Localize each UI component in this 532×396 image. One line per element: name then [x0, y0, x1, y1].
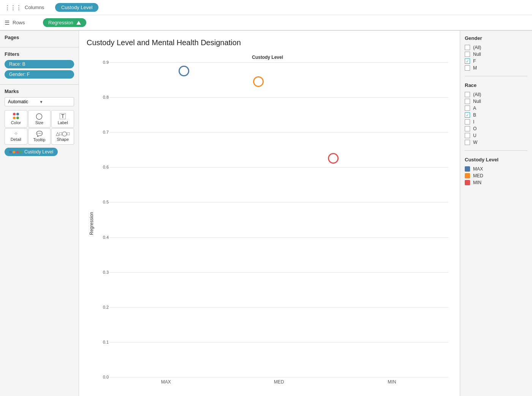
triangle-icon: [76, 21, 81, 25]
gender-legend: Gender (All)Null✓FM: [465, 35, 527, 76]
legend-item-label: (All): [473, 92, 481, 97]
color-swatch: [465, 173, 470, 178]
gender-item[interactable]: Null: [465, 51, 527, 58]
grid-line: [109, 342, 448, 342]
y-tick-label: 0.3: [94, 270, 109, 275]
custody-item[interactable]: MAX: [465, 166, 527, 172]
rows-pill[interactable]: Regression: [43, 18, 86, 27]
marks-label-button[interactable]: T Label: [51, 110, 74, 128]
checkbox[interactable]: ✓: [465, 112, 470, 118]
filter-gender[interactable]: Gender: F: [5, 70, 74, 79]
grid-line: [109, 307, 448, 308]
checkbox[interactable]: [465, 65, 470, 71]
gender-items: (All)Null✓FM: [465, 44, 527, 71]
checkbox[interactable]: [465, 45, 470, 50]
legend-item-label: MIN: [473, 180, 481, 185]
marks-detail-button[interactable]: ⁘ Detail: [5, 128, 27, 145]
race-item[interactable]: A: [465, 105, 527, 112]
filters-section: Filters Race: B Gender: F: [0, 47, 79, 85]
race-item[interactable]: I: [465, 118, 527, 125]
custody-legend: Custody Level MAXMEDMIN: [465, 157, 527, 191]
marks-shape-button[interactable]: △□◯□ Shape: [51, 128, 74, 145]
y-tick-label: 0.5: [94, 200, 109, 204]
chart-plot: 0.90.80.70.60.50.40.30.20.10.0: [94, 62, 448, 377]
color-label: Color: [11, 120, 21, 125]
race-item[interactable]: O: [465, 125, 527, 132]
columns-pill[interactable]: Custody Level: [55, 3, 98, 12]
checkbox[interactable]: [465, 126, 470, 131]
custody-pill-label: Custody Level: [24, 149, 53, 155]
color-swatch: [465, 166, 470, 172]
legend-item-label: O: [473, 126, 477, 131]
race-item[interactable]: (All): [465, 91, 527, 98]
marks-type-dropdown[interactable]: Automatic ▼: [5, 97, 74, 106]
race-items: (All)NullA✓BIOUW: [465, 91, 527, 146]
custody-level-pill[interactable]: Custody Level: [5, 148, 58, 156]
marks-title: Marks: [5, 88, 74, 94]
legend-item-label: M: [473, 65, 477, 71]
marks-tooltip-button[interactable]: 💬 Tooltip: [28, 128, 51, 145]
legend-item-label: Null: [473, 99, 481, 104]
checkbox[interactable]: [465, 52, 470, 57]
checkbox[interactable]: [465, 106, 470, 111]
custody-legend-title: Custody Level: [465, 157, 527, 163]
x-axis: MAXMEDMIN: [94, 377, 448, 385]
grid-line: [109, 167, 448, 167]
grid-line: [109, 272, 448, 273]
marks-size-button[interactable]: ◯ Size: [28, 110, 51, 128]
pages-section: Pages: [0, 31, 79, 47]
gender-item[interactable]: ✓F: [465, 58, 527, 65]
chart-area: Custody Level and Mental Health Designat…: [79, 31, 460, 396]
right-panel: Gender (All)Null✓FM Race (All)NullA✓BIOU…: [460, 31, 532, 396]
legend-item-label: I: [473, 119, 474, 125]
y-tick-label: 0.0: [94, 375, 109, 379]
legend-item-label: (All): [473, 45, 481, 50]
race-item[interactable]: W: [465, 139, 527, 146]
race-item[interactable]: U: [465, 132, 527, 139]
grid-line: [109, 377, 448, 377]
grid-line: [109, 62, 448, 63]
checkbox[interactable]: [465, 92, 470, 97]
columns-label: Columns: [25, 5, 55, 10]
columns-icon: ⋮⋮⋮: [5, 4, 22, 11]
color-dots-icon: [13, 113, 19, 115]
legend-item-label: MAX: [473, 166, 483, 172]
race-item[interactable]: Null: [465, 98, 527, 105]
legend-item-label: B: [473, 112, 476, 118]
filter-race[interactable]: Race: B: [5, 60, 74, 68]
label-icon: T: [60, 113, 66, 119]
x-axis-title: Custody Level: [87, 55, 448, 60]
race-item[interactable]: ✓B: [465, 112, 527, 118]
custody-item[interactable]: MED: [465, 172, 527, 179]
checkbox[interactable]: [465, 119, 470, 125]
shape-label: Shape: [57, 137, 69, 142]
gender-item[interactable]: (All): [465, 44, 527, 51]
legend-item-label: U: [473, 133, 477, 138]
tooltip-icon: 💬: [36, 131, 43, 136]
checkbox[interactable]: ✓: [465, 58, 470, 64]
checkbox[interactable]: [465, 140, 470, 145]
race-legend-title: Race: [465, 82, 527, 88]
rows-pill-label: Regression: [48, 20, 73, 25]
color-dots-icon-2: [13, 117, 19, 119]
marks-color-button[interactable]: Color: [5, 110, 27, 128]
y-axis-label: Regression: [87, 62, 94, 385]
checkbox[interactable]: [465, 99, 470, 104]
chart-content: 0.90.80.70.60.50.40.30.20.10.0 MAXMEDMIN: [94, 62, 448, 385]
gender-item[interactable]: M: [465, 65, 527, 71]
grid-line: [109, 132, 448, 133]
custody-item[interactable]: MIN: [465, 179, 527, 186]
y-tick-label: 0.6: [94, 165, 109, 169]
toolbar: ⋮⋮⋮ Columns Custody Level ☰ Rows Regress…: [0, 0, 532, 31]
chart-wrapper: Custody Level Regression 0.90.80.70.60.5…: [87, 55, 448, 385]
left-panel: Pages Filters Race: B Gender: F Marks Au…: [0, 31, 79, 396]
tooltip-label: Tooltip: [33, 137, 46, 142]
chart-title: Custody Level and Mental Health Designat…: [87, 38, 448, 47]
rows-icon: ☰: [5, 19, 10, 26]
y-tick-label: 0.7: [94, 130, 109, 134]
checkbox[interactable]: [465, 133, 470, 138]
legend-item-label: MED: [473, 173, 483, 178]
x-tick-label: MED: [222, 379, 335, 385]
marks-section: Marks Automatic ▼ Color: [0, 85, 79, 396]
size-icon: ◯: [36, 113, 43, 119]
